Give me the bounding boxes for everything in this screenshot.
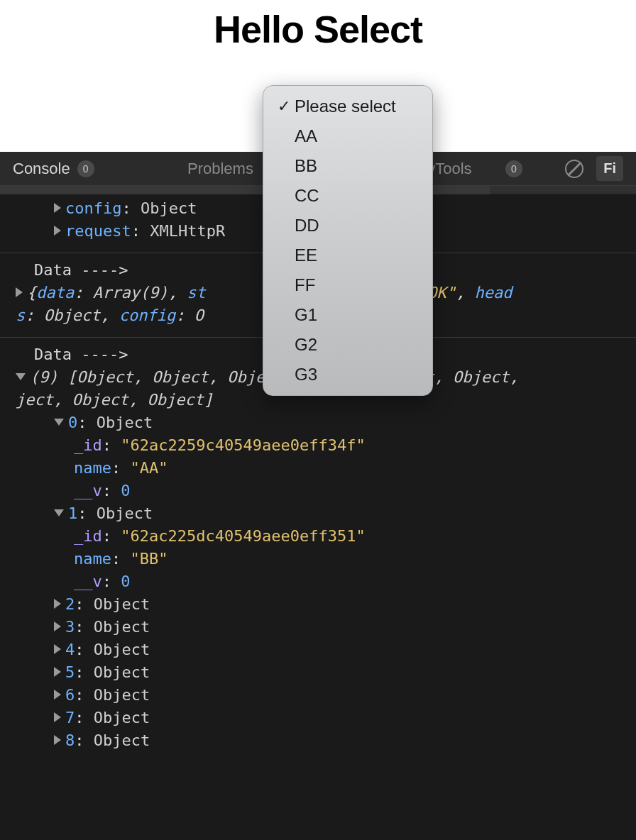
prop-key: __v [74, 573, 102, 590]
array-item-row[interactable]: 4: Object [34, 639, 629, 661]
filter-button[interactable]: Fi [596, 156, 623, 181]
array-item-row[interactable]: 8: Object [34, 729, 629, 752]
dropdown-option-label: Please select [295, 96, 396, 116]
prop-value: "AA" [130, 459, 168, 477]
prop-value: 0 [121, 482, 130, 499]
prop-value: "62ac2259c40549aee0eff34f" [121, 436, 365, 454]
array-index: 8 [65, 731, 75, 749]
dropdown-option-label: AA [295, 126, 317, 146]
disclosure-triangle-icon[interactable] [16, 373, 26, 380]
array-index: 7 [65, 709, 75, 726]
disclosure-triangle-icon[interactable] [16, 287, 23, 297]
object-property-row[interactable]: name: "AA" [34, 457, 629, 480]
object-value: Object [97, 504, 153, 522]
dropdown-option[interactable]: ✓Please select [263, 92, 432, 121]
disclosure-triangle-icon[interactable] [54, 712, 61, 722]
prop-key: _id [74, 527, 102, 545]
prop-key: _id [74, 436, 102, 454]
array-index: 4 [65, 641, 75, 658]
object-value: Object [94, 641, 150, 658]
prop-value: "62ac225dc40549aee0eff351" [121, 527, 365, 545]
array-item-row[interactable]: 1: Object [34, 502, 629, 525]
array-item-row[interactable]: 3: Object [34, 616, 629, 639]
dropdown-option[interactable]: FF [263, 270, 432, 300]
dropdown-option[interactable]: AA [263, 121, 432, 151]
dropdown-option[interactable]: BB [263, 151, 432, 181]
tab-problems[interactable]: Problems [187, 160, 253, 178]
dropdown-option[interactable]: G2 [263, 330, 432, 360]
object-property-row[interactable]: _id: "62ac2259c40549aee0eff34f" [34, 434, 629, 457]
dropdown-option[interactable]: EE [263, 241, 432, 270]
prop-key: name [74, 550, 111, 568]
array-index: 0 [68, 414, 77, 431]
prop-value: 0 [121, 573, 130, 590]
array-index: 6 [65, 686, 75, 704]
dropdown-option[interactable]: DD [263, 211, 432, 241]
prop-key: request [65, 222, 131, 240]
array-item-row[interactable]: 5: Object [34, 661, 629, 684]
disclosure-triangle-icon[interactable] [54, 644, 61, 654]
dropdown-option-label: CC [295, 186, 319, 206]
console-badge: 0 [77, 160, 94, 177]
object-value: Object [94, 709, 150, 726]
dropdown-option-label: G2 [295, 335, 317, 355]
object-value: Object [97, 414, 153, 431]
object-value: Object [94, 686, 150, 704]
dropdown-option-label: EE [295, 245, 317, 265]
disclosure-triangle-icon[interactable] [54, 667, 61, 677]
dropdown-option-label: BB [295, 156, 317, 176]
dropdown-option[interactable]: G3 [263, 360, 432, 389]
array-index: 3 [65, 618, 75, 636]
disclosure-triangle-icon[interactable] [54, 690, 61, 700]
object-property-row[interactable]: name: "BB" [34, 548, 629, 570]
dropdown-option-label: FF [295, 275, 315, 295]
disclosure-triangle-icon[interactable] [54, 226, 61, 236]
array-index: 2 [65, 595, 75, 613]
object-property-row[interactable]: _id: "62ac225dc40549aee0eff351" [34, 525, 629, 548]
object-property-row[interactable]: __v: 0 [34, 480, 629, 502]
dropdown-option[interactable]: G1 [263, 300, 432, 330]
tab-problems-label: Problems [187, 160, 253, 178]
object-value: Object [94, 618, 150, 636]
devtools-right-badge: 0 [505, 160, 522, 177]
tab-console-label: Console [13, 160, 70, 178]
dropdown-option[interactable]: CC [263, 181, 432, 211]
object-property-row[interactable]: __v: 0 [34, 570, 629, 593]
array-item-row[interactable]: 2: Object [34, 593, 629, 616]
object-value: Object [94, 595, 150, 613]
clear-console-icon[interactable] [565, 160, 583, 178]
prop-key: config [65, 199, 121, 217]
checkmark-icon: ✓ [273, 99, 295, 114]
object-value: Object [94, 731, 150, 749]
disclosure-triangle-icon[interactable] [54, 203, 61, 213]
tab-console[interactable]: Console 0 [13, 160, 94, 178]
disclosure-triangle-icon[interactable] [54, 599, 61, 609]
array-item-row[interactable]: 7: Object [34, 707, 629, 729]
dropdown-option-label: G3 [295, 365, 317, 385]
array-item-row[interactable]: 0: Object [34, 411, 629, 434]
object-value: Object [94, 663, 150, 681]
dropdown-option-label: G1 [295, 305, 317, 325]
prop-value: "BB" [130, 550, 168, 568]
select-dropdown[interactable]: ✓Please selectAABBCCDDEEFFG1G2G3 [263, 85, 433, 396]
disclosure-triangle-icon[interactable] [54, 621, 61, 631]
disclosure-triangle-icon[interactable] [54, 419, 64, 426]
disclosure-triangle-icon[interactable] [54, 735, 61, 745]
prop-key: name [74, 459, 111, 477]
dropdown-option-label: DD [295, 216, 319, 236]
array-index: 5 [65, 663, 75, 681]
array-index: 1 [68, 504, 77, 522]
console-log-entry: Data ----> (9) [Object, Object, Object, … [0, 338, 636, 762]
page-title: Hello Select [0, 7, 636, 51]
prop-key: __v [74, 482, 102, 499]
array-item-row[interactable]: 6: Object [34, 684, 629, 707]
disclosure-triangle-icon[interactable] [54, 509, 64, 516]
